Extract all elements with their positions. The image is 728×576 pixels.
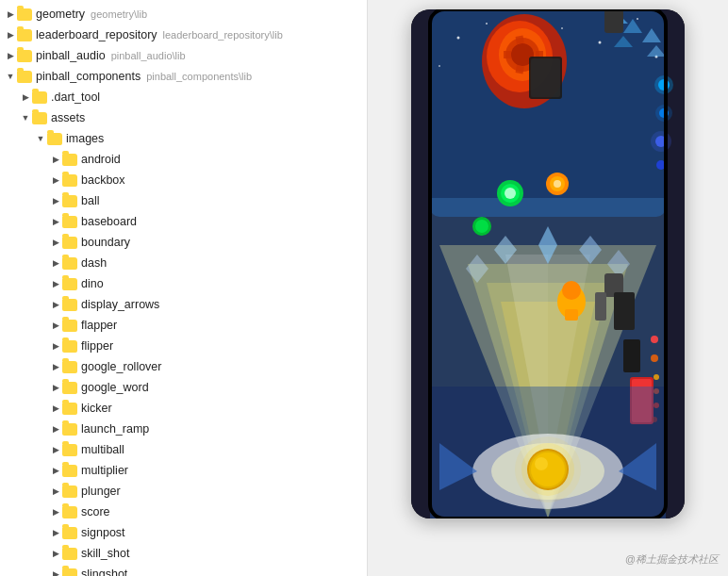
svg-rect-29 (504, 51, 511, 58)
folder-icon (62, 361, 77, 373)
tree-item-label: geometry (36, 8, 85, 21)
expand-arrow-closed[interactable] (49, 360, 62, 373)
expand-arrow-open[interactable] (34, 132, 47, 145)
svg-point-63 (651, 336, 658, 343)
svg-point-52 (554, 180, 561, 188)
tree-item-baseboard[interactable]: baseboard (0, 211, 367, 232)
folder-icon (17, 29, 32, 41)
tree-item-label: multiball (81, 443, 124, 456)
svg-rect-59 (614, 292, 635, 330)
tree-item-google_word[interactable]: google_word (0, 377, 367, 398)
expand-arrow-closed[interactable] (49, 215, 62, 228)
tree-item-label: google_rollover (81, 360, 161, 373)
svg-point-49 (475, 220, 488, 233)
svg-rect-27 (516, 36, 524, 44)
tree-item-pinball_components[interactable]: pinball_componentspinball_components\lib (0, 66, 367, 87)
expand-arrow-open[interactable] (19, 111, 32, 124)
expand-arrow-closed[interactable] (49, 547, 62, 560)
expand-arrow-closed[interactable] (49, 485, 62, 498)
svg-point-6 (599, 41, 602, 44)
tree-item-plunger[interactable]: plunger (0, 481, 367, 502)
tree-item-flapper[interactable]: flapper (0, 315, 367, 336)
expand-arrow-closed[interactable] (49, 402, 62, 415)
svg-rect-32 (531, 58, 560, 97)
expand-arrow-closed[interactable] (49, 464, 62, 477)
expand-arrow-closed[interactable] (49, 443, 62, 456)
tree-item-ball[interactable]: ball (0, 190, 367, 211)
expand-arrow-closed[interactable] (49, 339, 62, 353)
folder-icon (62, 403, 77, 415)
tree-item-assets[interactable]: assets (0, 107, 367, 128)
tree-item-score[interactable]: score (0, 502, 367, 522)
tree-item-skill_shot[interactable]: skill_shot (0, 543, 367, 564)
tree-item-boundary[interactable]: boundary (0, 232, 367, 253)
tree-item-leaderboard_repository[interactable]: leaderboard_repositoryleaderboard_reposi… (0, 25, 367, 45)
expand-arrow-closed[interactable] (49, 236, 62, 249)
folder-icon (62, 485, 77, 498)
tree-item-images[interactable]: images (0, 128, 367, 149)
expand-arrow-closed[interactable] (49, 381, 62, 394)
expand-arrow-closed[interactable] (49, 568, 62, 576)
svg-rect-60 (623, 339, 640, 372)
folder-icon (62, 257, 77, 270)
folder-icon (32, 91, 47, 104)
tree-item-google_rollover[interactable]: google_rollover (0, 356, 367, 377)
expand-arrow-closed[interactable] (49, 298, 62, 311)
folder-icon (62, 299, 77, 311)
tree-item-dart_tool[interactable]: .dart_tool (0, 87, 367, 107)
expand-arrow-closed[interactable] (49, 153, 62, 166)
tree-item-label: android (81, 153, 121, 166)
expand-arrow-closed[interactable] (49, 422, 62, 436)
tree-item-label: images (66, 132, 104, 145)
expand-arrow-closed[interactable] (49, 505, 62, 518)
tree-item-label: display_arrows (81, 298, 159, 311)
expand-arrow-closed[interactable] (49, 173, 62, 187)
tree-item-label: slingshot (81, 568, 127, 576)
tree-item-signpost[interactable]: signpost (0, 522, 367, 543)
expand-arrow-closed[interactable] (4, 28, 17, 41)
tree-item-label: ball (81, 194, 99, 207)
tree-item-label: score (81, 505, 110, 518)
tree-item-android[interactable]: android (0, 149, 367, 170)
tree-item-backbox[interactable]: backbox (0, 170, 367, 190)
folder-icon (17, 71, 32, 83)
tree-item-dash[interactable]: dash (0, 253, 367, 273)
svg-point-77 (515, 436, 581, 502)
tree-item-multiball[interactable]: multiball (0, 439, 367, 460)
folder-icon (32, 112, 47, 124)
tree-item-label: signpost (81, 526, 125, 539)
expand-arrow-closed[interactable] (49, 194, 62, 207)
folder-icon (62, 568, 77, 577)
tree-item-geometry_lib[interactable]: geometrygeometry\lib (0, 4, 367, 25)
folder-icon (17, 50, 32, 62)
expand-arrow-open[interactable] (4, 70, 17, 83)
svg-point-5 (561, 27, 563, 29)
tree-item-pinball_audio[interactable]: pinball_audiopinball_audio\lib (0, 45, 367, 66)
tree-item-kicker[interactable]: kicker (0, 398, 367, 419)
tree-item-flipper[interactable]: flipper (0, 336, 367, 356)
tree-item-label: baseboard (81, 215, 137, 228)
folder-icon (62, 382, 77, 394)
pinball-board-preview (411, 9, 685, 518)
expand-arrow-closed[interactable] (49, 526, 62, 539)
svg-point-3 (486, 23, 488, 25)
watermark-text: @稀土掘金技术社区 (625, 552, 719, 567)
expand-arrow-closed[interactable] (49, 277, 62, 290)
tree-item-label: google_word (81, 381, 149, 394)
tree-item-dino[interactable]: dino (0, 273, 367, 294)
svg-point-7 (637, 18, 638, 20)
tree-item-slingshot[interactable]: slingshot (0, 564, 367, 576)
svg-rect-56 (604, 9, 623, 33)
tree-item-multiplier[interactable]: multiplier (0, 460, 367, 481)
expand-arrow-closed[interactable] (4, 49, 17, 62)
expand-arrow-closed[interactable] (4, 8, 17, 21)
folder-icon (62, 465, 77, 477)
tree-item-label: .dart_tool (51, 91, 100, 104)
expand-arrow-closed[interactable] (49, 319, 62, 332)
folder-icon (17, 8, 32, 21)
tree-item-display_arrows[interactable]: display_arrows (0, 294, 367, 315)
folder-icon (62, 154, 77, 166)
expand-arrow-closed[interactable] (49, 256, 62, 270)
expand-arrow-closed[interactable] (19, 91, 32, 104)
tree-item-launch_ramp[interactable]: launch_ramp (0, 419, 367, 439)
